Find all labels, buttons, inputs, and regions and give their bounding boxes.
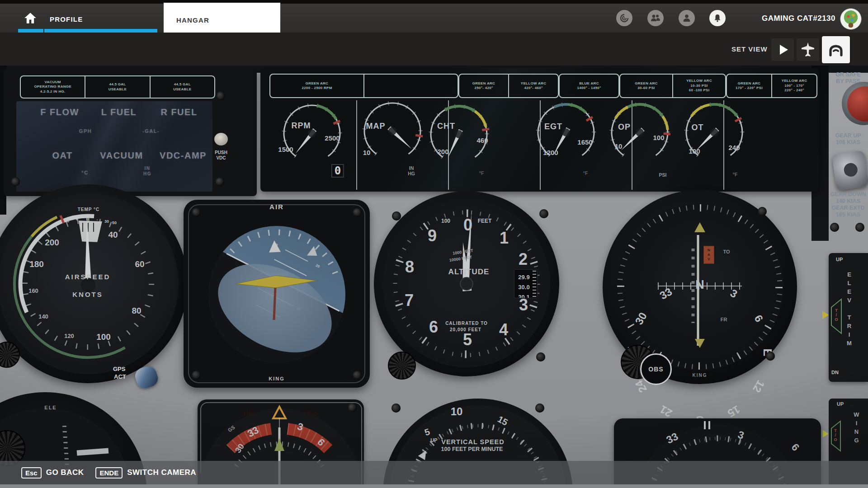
placard-line: YELLOW ARC (521, 81, 546, 86)
asi-40: 40 (108, 230, 118, 239)
gear-lever[interactable] (832, 150, 868, 190)
wing-trim-to-label: T/O (833, 428, 838, 442)
elev-trim-label: ELEV TRIM (846, 271, 853, 366)
kollsman-299: 29.9 (518, 274, 529, 280)
elev-trim-dn-label: DN (831, 370, 839, 375)
external-view-button[interactable] (797, 38, 819, 61)
esc-key-badge: Esc (21, 467, 42, 479)
op-hi: 100 (653, 134, 664, 141)
bottom-panel-strip (0, 484, 868, 488)
profile-button[interactable] (679, 10, 695, 26)
calibrated-line2: 20,000 FEET (450, 328, 481, 332)
screw (758, 207, 767, 216)
ele-gauge-label: ELE (44, 405, 57, 410)
ot-lo: 100 (689, 148, 700, 155)
placard-line: OPERATING RANGE (34, 84, 71, 89)
placard-line: 165 KIAS (828, 211, 868, 218)
tab-profile[interactable]: PROFILE (44, 4, 157, 33)
placard-line: 220° - 240° (784, 88, 804, 93)
top-black-strip (0, 0, 868, 4)
kollsman-ticks (533, 271, 536, 297)
egt-hi: 1650 (577, 139, 592, 145)
vor-to-label: TO (723, 249, 730, 254)
screw (348, 403, 357, 412)
switch-camera-label: SWITCH CAMERA (127, 468, 196, 477)
friends-button[interactable] (647, 10, 664, 26)
edm-lcd: F FLOW L FUEL R FUEL GPH -GAL- OAT VACUU… (16, 101, 212, 192)
play-view-button[interactable] (771, 38, 794, 61)
screw (192, 371, 201, 380)
gps-label: GPS (113, 366, 125, 372)
asi-200: 200 (45, 238, 59, 247)
temp-tick: 50 (112, 221, 117, 225)
screw (353, 208, 362, 217)
placard-line: 2200 - 2500 RPM (302, 86, 332, 90)
attitude-face: 20 20 10 10 (208, 226, 345, 363)
ot-gauge-dial (676, 93, 753, 172)
op-label: OP (618, 123, 631, 131)
screw (353, 371, 362, 380)
tab-hangar[interactable]: HANGAR (164, 3, 280, 33)
vsi-subtitle: 100 FEET PER MINUTE (441, 446, 503, 452)
notifications-button[interactable] (709, 10, 726, 26)
placard-line: GEAR EXTD (828, 205, 868, 211)
attitude-overlay (208, 226, 345, 363)
go-back-hint[interactable]: Esc GO BACK (21, 467, 95, 479)
vor-fr-label: FR (721, 317, 727, 322)
activity-button[interactable] (616, 10, 632, 26)
screw (392, 211, 401, 221)
screw (855, 223, 864, 232)
obs-cap[interactable]: OBS (640, 353, 672, 385)
rpm-gauge-dial (274, 94, 350, 173)
ende-key-badge: ENDE (95, 467, 123, 479)
placard-line: 106 KIAS (828, 139, 868, 146)
placard-line: GR SAFE (828, 71, 868, 78)
alt-8: 8 (405, 259, 414, 275)
placard-line: GEAR UP (828, 132, 868, 139)
oat-scale-label: TEMP °C (78, 207, 100, 212)
push-vdc-button[interactable] (214, 133, 228, 145)
gph-unit: GPH (79, 128, 92, 134)
edm-placard-strip: VACUUM OPERATING RANGE 4.2-5.2 IN HG. 44… (20, 75, 215, 99)
rpm-label: RPM (292, 122, 311, 130)
elev-trim-to-label: T/O (834, 308, 839, 322)
egt-label: EGT (544, 122, 562, 131)
cht-label: CHT (437, 122, 455, 130)
screw (536, 352, 545, 361)
alt-2: 2 (519, 251, 528, 267)
asi-80: 80 (132, 306, 141, 315)
profile-tab-underline (44, 29, 157, 33)
asi-120: 120 (64, 333, 74, 339)
cockpit-view-button[interactable] (822, 36, 850, 63)
oat-label: OAT (52, 150, 72, 161)
cockpit-view: VACUUM OPERATING RANGE 4.2-5.2 IN HG. 44… (0, 66, 868, 488)
switch-camera-hint[interactable]: ENDE SWITCH CAMERA (95, 467, 208, 479)
profile-tab-label: PROFILE (50, 15, 83, 23)
rpm-digital-readout: 0 (331, 164, 344, 178)
elev-trim-up-label: UP (836, 257, 843, 262)
attitude-air-label: AIR (269, 203, 284, 210)
vsi-10: 10 (451, 406, 463, 417)
avatar[interactable] (840, 8, 862, 30)
elev-trim-pointer (822, 311, 830, 319)
cht-lo: 200 (437, 148, 448, 155)
fflow-label: F FLOW (40, 107, 79, 117)
altimeter-knob[interactable] (388, 352, 416, 380)
top-navbar: PROFILE HANGAR GAMING CAT#2130 (0, 4, 868, 33)
placard-line: GREEN ARC (306, 81, 328, 86)
asi-160: 160 (28, 288, 38, 294)
airspeed-dial (0, 187, 185, 381)
kollsman-300: 30.0 (518, 284, 529, 290)
cht-green-arc: GREEN ARC 250°- 420° (459, 75, 508, 97)
asi-100: 100 (96, 333, 111, 341)
wing-trim-pointer (823, 430, 830, 437)
elev-trim-indicator: UP DN ELEV TRIM T/O (829, 253, 868, 382)
wing-trim-up-label: UP (837, 401, 844, 407)
home-button[interactable] (16, 4, 44, 33)
ot-label: OT (692, 123, 704, 131)
temp-tick: 0 (86, 217, 88, 221)
vor-nav-flag: NAV (703, 246, 714, 264)
placard-line: 100° - 170° (784, 84, 804, 88)
alt-6: 6 (429, 319, 438, 335)
hangar-tab-label: HANGAR (176, 16, 209, 24)
